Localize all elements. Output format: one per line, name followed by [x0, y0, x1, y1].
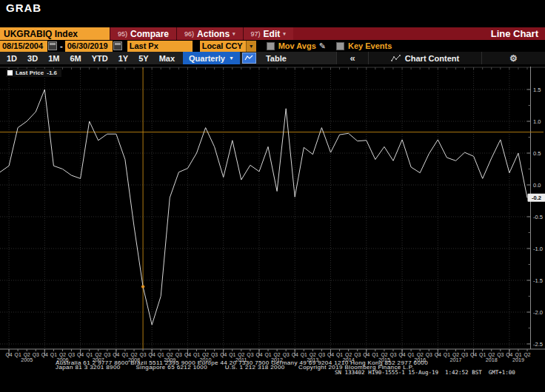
range-button-max[interactable]: Max	[154, 54, 180, 63]
mini-chart-icon	[391, 55, 401, 62]
x-axis-quarter-label: Q3	[247, 352, 253, 358]
x-axis-quarter-label: Q4	[6, 352, 13, 358]
price-field-select[interactable]: Last Px	[127, 41, 193, 52]
x-axis-quarter-label: Q3	[283, 352, 290, 358]
chart-content-button[interactable]: Chart Content	[368, 52, 481, 64]
x-axis-quarter-label: Q4	[113, 352, 119, 358]
range-button-1d[interactable]: 1D	[1, 54, 22, 63]
x-axis-quarter-label: Q2	[524, 352, 530, 358]
chevron-down-icon[interactable]: ▼	[246, 41, 256, 52]
x-axis-year-label: 2019	[512, 356, 524, 363]
chevron-down-icon: ▼	[229, 55, 234, 61]
key-events-checkbox[interactable]	[336, 42, 344, 50]
secondary-toolbar: 08/15/2004 - 06/30/2019 Last Px Local CC…	[0, 40, 545, 52]
x-axis-quarter-label: Q3	[140, 352, 147, 358]
compare-button[interactable]: 95) Compare	[110, 27, 176, 40]
date-from-input[interactable]: 08/15/2004	[0, 41, 47, 52]
key-events-label: Key Events	[348, 41, 392, 50]
range-button-1y[interactable]: 1Y	[113, 54, 133, 63]
edit-key-number: 97)	[251, 30, 261, 38]
actions-label: Actions	[197, 29, 230, 39]
period-value: Quarterly	[189, 54, 225, 63]
series-swatch-icon	[7, 70, 13, 75]
x-axis-quarter-label: Q3	[104, 352, 110, 358]
x-axis-quarter-label: Q4	[435, 352, 441, 358]
x-axis-quarter-label: Q4	[292, 352, 298, 358]
mov-avgs-label: Mov Avgs	[278, 41, 316, 50]
double-chevron-left-icon: «	[350, 53, 355, 64]
x-axis-quarter-label: Q3	[354, 352, 361, 358]
compare-label: Compare	[130, 29, 169, 39]
panel-controls: « Chart Content ⚙	[336, 52, 545, 64]
series-name: Last Price	[16, 70, 44, 76]
range-button-5y[interactable]: 5Y	[133, 54, 153, 63]
security-input[interactable]: UKGRABIQ Index	[0, 27, 110, 40]
line-chart-type-button[interactable]	[242, 53, 256, 64]
chart-settings-button[interactable]: ⚙	[481, 52, 545, 64]
x-axis-year-label: 2018	[486, 356, 498, 363]
line-chart-icon	[244, 55, 253, 61]
date-to-input[interactable]: 06/30/2019	[65, 41, 113, 52]
primary-toolbar: UKGRABIQ Index 95) Compare 96) Actions ▾…	[0, 27, 545, 40]
x-axis-quarter-label: Q4	[220, 352, 227, 358]
chart-content-label: Chart Content	[405, 54, 459, 63]
line-chart-canvas[interactable]: 1.51.00.50.0-0.5-1.0-1.5-2.0-2.5-0.2Q4Q1…	[0, 67, 545, 379]
period-select[interactable]: Quarterly ▼	[183, 52, 240, 64]
chevron-down-icon: ▾	[283, 31, 286, 37]
collapse-panel-button[interactable]: «	[336, 52, 368, 64]
x-axis-quarter-label: Q4	[184, 352, 191, 358]
price-chart-plot-area[interactable]: 1.51.00.50.0-0.5-1.0-1.5-2.0-2.5-0.2Q4Q1…	[0, 67, 545, 379]
y-axis-label: -2.5	[533, 341, 543, 348]
mov-avgs-checkbox[interactable]	[267, 42, 275, 50]
y-axis-label: 0.0	[533, 182, 541, 189]
y-axis-label: -1.0	[533, 246, 543, 252]
actions-key-number: 96)	[184, 30, 194, 38]
tertiary-toolbar: 1D 3D 1M 6M YTD 1Y 5Y Max Quarterly ▼ Ta…	[0, 52, 545, 64]
y-axis-label: -2.0	[533, 309, 543, 316]
y-axis-label: 1.5	[533, 87, 541, 93]
x-axis-quarter-label: Q4	[41, 352, 48, 358]
edit-button[interactable]: 97) Edit ▾	[243, 27, 293, 40]
x-axis-year-label: 2017	[449, 356, 461, 363]
y-axis-label: -1.5	[533, 277, 543, 284]
calendar-icon[interactable]	[113, 41, 122, 50]
gear-icon: ⚙	[509, 53, 518, 64]
chevron-down-icon: ▾	[233, 31, 235, 37]
price-line	[0, 89, 527, 325]
x-axis-quarter-label: Q4	[149, 352, 156, 358]
range-button-1m[interactable]: 1M	[43, 54, 64, 63]
x-axis-quarter-label: Q3	[389, 352, 396, 358]
y-axis-label: 1.0	[533, 118, 541, 125]
x-axis-quarter-label: Q3	[175, 352, 182, 358]
table-button[interactable]: Table	[266, 54, 287, 63]
pencil-icon[interactable]: ✎	[319, 41, 326, 51]
chart-legend[interactable]: Last Price -1.6	[6, 69, 61, 77]
calendar-icon[interactable]	[48, 41, 57, 50]
x-axis-quarter-label: Q4	[255, 352, 262, 358]
x-axis-quarter-label: Q3	[461, 352, 468, 358]
range-button-6m[interactable]: 6M	[64, 54, 86, 63]
x-axis-quarter-label: Q4	[470, 352, 477, 358]
currency-value: Local CCY	[200, 41, 246, 52]
edit-label: Edit	[264, 29, 281, 39]
currency-select[interactable]: Local CCY ▼	[200, 41, 256, 52]
bloomberg-terminal-screen: { "window": { "title": "GRAB" }, "toolba…	[0, 0, 545, 392]
x-axis-quarter-label: Q4	[327, 352, 334, 358]
x-axis-quarter-label: Q3	[68, 352, 75, 358]
x-axis-quarter-label: Q3	[211, 352, 218, 358]
range-button-ytd[interactable]: YTD	[87, 54, 113, 63]
x-axis-quarter-label: Q3	[318, 352, 325, 358]
y-axis-label: -0.5	[533, 214, 543, 220]
crosshair-point	[141, 285, 144, 288]
x-axis-quarter-label: Q3	[426, 352, 432, 358]
x-axis-quarter-label: Q3	[497, 352, 504, 358]
range-button-3d[interactable]: 3D	[22, 54, 43, 63]
date-range-separator: -	[60, 41, 63, 50]
actions-button[interactable]: 96) Actions ▾	[176, 27, 243, 40]
x-axis-year-label: 2005	[21, 356, 33, 363]
window-title: GRAB	[6, 1, 41, 14]
x-axis-quarter-label: Q3	[33, 352, 39, 358]
last-price-tag-value: -0.2	[532, 195, 541, 201]
series-value-at-cursor: -1.6	[47, 70, 57, 76]
y-axis-label: 0.5	[533, 150, 541, 157]
